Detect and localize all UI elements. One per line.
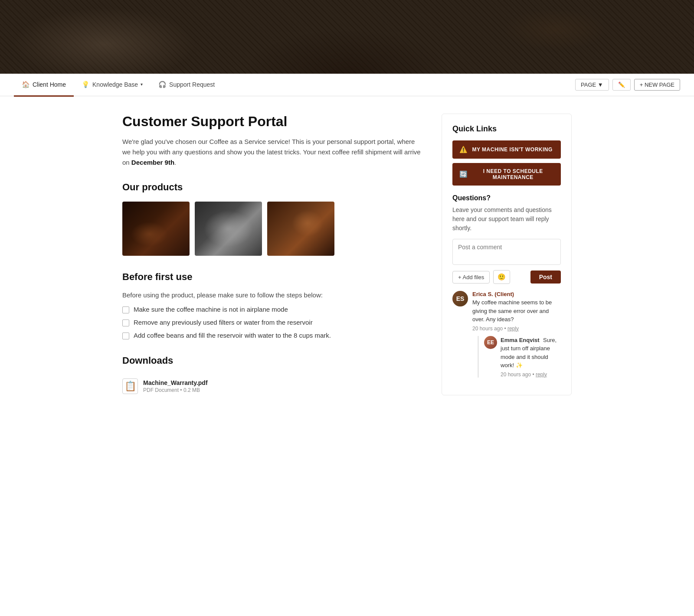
main-column: Customer Support Portal We're glad you'v… bbox=[122, 114, 421, 398]
download-file-icon: 📋 bbox=[122, 378, 138, 394]
sidebar-box: Quick Links ⚠️ MY MACHINE ISN'T WORKING … bbox=[442, 114, 572, 395]
post-button[interactable]: Post bbox=[530, 271, 561, 284]
comment-item-erica: ES Erica S. (Client) My coffee machine s… bbox=[452, 291, 561, 378]
before-text: Before using the product, please make su… bbox=[122, 291, 421, 299]
checkbox-2[interactable] bbox=[122, 319, 129, 326]
reply-author-emma: Emma Enqvist bbox=[501, 337, 540, 343]
new-page-button-label: + NEW PAGE bbox=[640, 81, 674, 88]
schedule-maintenance-button[interactable]: 🔄 I NEED TO SCHEDULE MAINTENANCE bbox=[452, 163, 561, 186]
comment-thread: ES Erica S. (Client) My coffee machine s… bbox=[452, 291, 561, 378]
machine-btn-label: MY MACHINE ISN'T WORKING bbox=[472, 147, 553, 153]
checklist-label-2: Remove any previously used filters or wa… bbox=[134, 319, 313, 326]
comment-meta-erica: 20 hours ago • reply bbox=[472, 326, 561, 332]
before-title: Before first use bbox=[122, 271, 421, 283]
add-files-button[interactable]: + Add files bbox=[452, 271, 490, 284]
checklist: Make sure the coffee machine is not in a… bbox=[122, 306, 421, 339]
warning-icon: ⚠️ bbox=[459, 146, 468, 153]
nav-knowledge-base-label: Knowledge Base ▾ bbox=[92, 81, 143, 88]
avatar-emma: EE bbox=[484, 336, 497, 349]
download-info: Machine_Warranty.pdf PDF Document • 0.2 … bbox=[143, 379, 208, 393]
nav-right: PAGE ▼ ✏️ + NEW PAGE bbox=[575, 79, 680, 91]
intro-text: We're glad you've chosen our Coffee as a… bbox=[122, 137, 421, 168]
nav-support-request[interactable]: 🎧 Support Request bbox=[151, 74, 223, 97]
questions-title: Questions? bbox=[452, 194, 561, 202]
page-title: Customer Support Portal bbox=[122, 114, 421, 130]
add-files-label: + Add files bbox=[458, 274, 484, 280]
new-page-button[interactable]: + NEW PAGE bbox=[634, 79, 680, 91]
checklist-item-1: Make sure the coffee machine is not in a… bbox=[122, 306, 421, 313]
home-icon: 🏠 bbox=[22, 81, 30, 88]
emoji-button[interactable]: 🙂 bbox=[493, 270, 510, 284]
reply-body-emma: Emma Enqvist Sure, just turn off airplan… bbox=[501, 336, 561, 378]
chevron-down-icon: ▾ bbox=[141, 82, 143, 87]
products-title: Our products bbox=[122, 182, 421, 193]
quick-links-title: Quick Links bbox=[452, 124, 561, 134]
download-item: 📋 Machine_Warranty.pdf PDF Document • 0.… bbox=[122, 375, 421, 398]
file-name[interactable]: Machine_Warranty.pdf bbox=[143, 379, 208, 386]
checklist-item-2: Remove any previously used filters or wa… bbox=[122, 319, 421, 326]
intro-part2: . bbox=[174, 159, 176, 166]
post-label: Post bbox=[539, 274, 552, 280]
headset-icon: 🎧 bbox=[158, 81, 167, 88]
checkbox-3[interactable] bbox=[122, 332, 129, 339]
comment-actions: + Add files 🙂 Post bbox=[452, 270, 561, 284]
comment-text-erica: My coffee machine seems to be giving the… bbox=[472, 298, 561, 324]
downloads-title: Downloads bbox=[122, 355, 421, 366]
product-image-3 bbox=[267, 202, 334, 256]
page-button[interactable]: PAGE ▼ bbox=[575, 79, 609, 91]
comment-input[interactable] bbox=[452, 239, 561, 265]
checklist-label-3: Add coffee beans and fill the reservoir … bbox=[134, 332, 331, 339]
maintenance-icon: 🔄 bbox=[459, 170, 468, 178]
knowledge-icon: 💡 bbox=[82, 81, 90, 88]
nav-client-home-label: Client Home bbox=[33, 81, 66, 88]
reply-meta-emma: 20 hours ago • reply bbox=[501, 372, 561, 378]
reply-link-erica[interactable]: reply bbox=[507, 326, 519, 332]
comment-body-erica: Erica S. (Client) My coffee machine seem… bbox=[472, 291, 561, 378]
reply-link-emma[interactable]: reply bbox=[536, 372, 547, 378]
comment-author-erica: Erica S. (Client) bbox=[472, 291, 561, 297]
intro-bold: December 9th bbox=[131, 159, 174, 166]
product-image-2 bbox=[195, 202, 262, 256]
hero-banner bbox=[0, 0, 694, 74]
machine-not-working-button[interactable]: ⚠️ MY MACHINE ISN'T WORKING bbox=[452, 140, 561, 159]
reply-thread-erica: EE Emma Enqvist Sure, just turn off airp… bbox=[478, 336, 561, 378]
questions-desc: Leave your comments and questions here a… bbox=[452, 205, 561, 233]
product-images bbox=[122, 202, 421, 256]
page-button-label: PAGE ▼ bbox=[581, 81, 603, 88]
nav-knowledge-base[interactable]: 💡 Knowledge Base ▾ bbox=[74, 74, 151, 97]
nav-client-home[interactable]: 🏠 Client Home bbox=[14, 74, 74, 97]
page-content: Customer Support Portal We're glad you'v… bbox=[108, 96, 586, 415]
sidebar: Quick Links ⚠️ MY MACHINE ISN'T WORKING … bbox=[442, 114, 572, 398]
avatar-erica: ES bbox=[452, 291, 468, 306]
emoji-icon: 🙂 bbox=[498, 273, 506, 280]
checklist-item-3: Add coffee beans and fill the reservoir … bbox=[122, 332, 421, 339]
edit-icon: ✏️ bbox=[618, 81, 625, 88]
edit-button[interactable]: ✏️ bbox=[612, 79, 631, 91]
checklist-label-1: Make sure the coffee machine is not in a… bbox=[134, 306, 288, 313]
navbar: 🏠 Client Home 💡 Knowledge Base ▾ 🎧 Suppo… bbox=[0, 74, 694, 96]
reply-item-emma: EE Emma Enqvist Sure, just turn off airp… bbox=[484, 336, 561, 378]
maintenance-btn-label: I NEED TO SCHEDULE MAINTENANCE bbox=[472, 168, 554, 180]
nav-left: 🏠 Client Home 💡 Knowledge Base ▾ 🎧 Suppo… bbox=[14, 74, 575, 96]
checkbox-1[interactable] bbox=[122, 306, 129, 313]
product-image-1 bbox=[122, 202, 190, 256]
file-meta: PDF Document • 0.2 MB bbox=[143, 387, 208, 393]
nav-support-request-label: Support Request bbox=[169, 81, 215, 88]
